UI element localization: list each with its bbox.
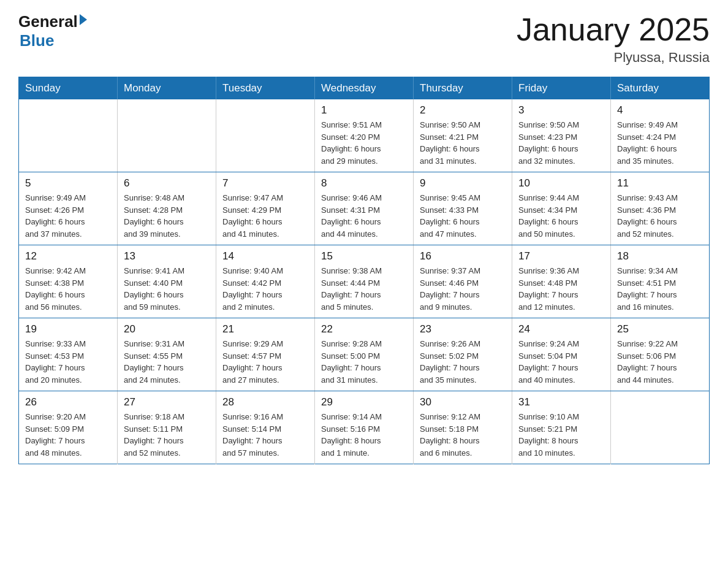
day-info: Sunrise: 9:12 AMSunset: 5:18 PMDaylight:… bbox=[420, 411, 506, 459]
calendar-table: SundayMondayTuesdayWednesdayThursdayFrid… bbox=[18, 77, 710, 464]
calendar-cell: 15Sunrise: 9:38 AMSunset: 4:44 PMDayligh… bbox=[315, 245, 414, 318]
day-number: 19 bbox=[25, 323, 111, 335]
calendar-cell bbox=[611, 391, 710, 464]
day-number: 9 bbox=[420, 177, 506, 190]
calendar-cell: 18Sunrise: 9:34 AMSunset: 4:51 PMDayligh… bbox=[611, 245, 710, 318]
calendar-cell: 4Sunrise: 9:49 AMSunset: 4:24 PMDaylight… bbox=[611, 99, 710, 172]
day-info: Sunrise: 9:47 AMSunset: 4:29 PMDaylight:… bbox=[222, 192, 308, 240]
day-number: 27 bbox=[124, 396, 210, 408]
calendar-title: January 2025 bbox=[517, 12, 710, 47]
calendar-cell: 8Sunrise: 9:46 AMSunset: 4:31 PMDaylight… bbox=[315, 172, 414, 245]
day-number: 11 bbox=[617, 177, 703, 190]
day-number: 5 bbox=[25, 177, 111, 190]
calendar-cell: 23Sunrise: 9:26 AMSunset: 5:02 PMDayligh… bbox=[414, 318, 512, 391]
day-number: 1 bbox=[321, 104, 407, 117]
day-info: Sunrise: 9:42 AMSunset: 4:38 PMDaylight:… bbox=[25, 265, 111, 313]
calendar-cell: 14Sunrise: 9:40 AMSunset: 4:42 PMDayligh… bbox=[216, 245, 315, 318]
day-number: 6 bbox=[124, 177, 210, 190]
day-info: Sunrise: 9:33 AMSunset: 4:53 PMDaylight:… bbox=[25, 338, 111, 386]
calendar-cell: 16Sunrise: 9:37 AMSunset: 4:46 PMDayligh… bbox=[414, 245, 512, 318]
day-info: Sunrise: 9:38 AMSunset: 4:44 PMDaylight:… bbox=[321, 265, 407, 313]
logo-text-blue: Blue bbox=[20, 31, 54, 50]
calendar-cell: 26Sunrise: 9:20 AMSunset: 5:09 PMDayligh… bbox=[19, 391, 118, 464]
day-info: Sunrise: 9:34 AMSunset: 4:51 PMDaylight:… bbox=[617, 265, 703, 313]
day-number: 16 bbox=[420, 250, 506, 262]
day-number: 10 bbox=[518, 177, 604, 190]
day-number: 4 bbox=[617, 104, 703, 117]
calendar-cell: 25Sunrise: 9:22 AMSunset: 5:06 PMDayligh… bbox=[611, 318, 710, 391]
day-info: Sunrise: 9:28 AMSunset: 5:00 PMDaylight:… bbox=[321, 338, 407, 386]
calendar-cell: 9Sunrise: 9:45 AMSunset: 4:33 PMDaylight… bbox=[414, 172, 512, 245]
calendar-cell: 21Sunrise: 9:29 AMSunset: 4:57 PMDayligh… bbox=[216, 318, 315, 391]
day-info: Sunrise: 9:46 AMSunset: 4:31 PMDaylight:… bbox=[321, 192, 407, 240]
day-number: 25 bbox=[617, 323, 703, 335]
calendar-cell bbox=[19, 99, 118, 172]
day-number: 8 bbox=[321, 177, 407, 190]
calendar-cell: 12Sunrise: 9:42 AMSunset: 4:38 PMDayligh… bbox=[19, 245, 118, 318]
day-number: 22 bbox=[321, 323, 407, 335]
calendar-cell: 5Sunrise: 9:49 AMSunset: 4:26 PMDaylight… bbox=[19, 172, 118, 245]
page-header: General Blue January 2025 Plyussa, Russi… bbox=[18, 12, 710, 66]
calendar-cell: 22Sunrise: 9:28 AMSunset: 5:00 PMDayligh… bbox=[315, 318, 414, 391]
calendar-cell: 11Sunrise: 9:43 AMSunset: 4:36 PMDayligh… bbox=[611, 172, 710, 245]
day-number: 26 bbox=[25, 396, 111, 408]
day-number: 28 bbox=[222, 396, 308, 408]
calendar-cell: 6Sunrise: 9:48 AMSunset: 4:28 PMDaylight… bbox=[118, 172, 216, 245]
day-info: Sunrise: 9:43 AMSunset: 4:36 PMDaylight:… bbox=[617, 192, 703, 240]
day-info: Sunrise: 9:40 AMSunset: 4:42 PMDaylight:… bbox=[222, 265, 308, 313]
calendar-week-row: 5Sunrise: 9:49 AMSunset: 4:26 PMDaylight… bbox=[19, 172, 710, 245]
calendar-cell: 13Sunrise: 9:41 AMSunset: 4:40 PMDayligh… bbox=[118, 245, 216, 318]
day-number: 14 bbox=[222, 250, 308, 262]
logo-arrow-icon bbox=[80, 14, 87, 25]
day-info: Sunrise: 9:29 AMSunset: 4:57 PMDaylight:… bbox=[222, 338, 308, 386]
header-cell-monday: Monday bbox=[118, 77, 216, 100]
day-info: Sunrise: 9:49 AMSunset: 4:26 PMDaylight:… bbox=[25, 192, 111, 240]
day-number: 17 bbox=[518, 250, 604, 262]
calendar-week-row: 19Sunrise: 9:33 AMSunset: 4:53 PMDayligh… bbox=[19, 318, 710, 391]
day-info: Sunrise: 9:22 AMSunset: 5:06 PMDaylight:… bbox=[617, 338, 703, 386]
calendar-cell: 20Sunrise: 9:31 AMSunset: 4:55 PMDayligh… bbox=[118, 318, 216, 391]
day-number: 7 bbox=[222, 177, 308, 190]
calendar-cell: 1Sunrise: 9:51 AMSunset: 4:20 PMDaylight… bbox=[315, 99, 414, 172]
header-cell-thursday: Thursday bbox=[414, 77, 512, 100]
calendar-cell: 27Sunrise: 9:18 AMSunset: 5:11 PMDayligh… bbox=[118, 391, 216, 464]
day-info: Sunrise: 9:14 AMSunset: 5:16 PMDaylight:… bbox=[321, 411, 407, 459]
logo: General Blue bbox=[18, 12, 87, 50]
day-info: Sunrise: 9:51 AMSunset: 4:20 PMDaylight:… bbox=[321, 119, 407, 167]
day-number: 18 bbox=[617, 250, 703, 262]
day-info: Sunrise: 9:16 AMSunset: 5:14 PMDaylight:… bbox=[222, 411, 308, 459]
calendar-cell: 31Sunrise: 9:10 AMSunset: 5:21 PMDayligh… bbox=[512, 391, 611, 464]
day-number: 21 bbox=[222, 323, 308, 335]
calendar-cell: 10Sunrise: 9:44 AMSunset: 4:34 PMDayligh… bbox=[512, 172, 611, 245]
day-number: 13 bbox=[124, 250, 210, 262]
calendar-cell: 2Sunrise: 9:50 AMSunset: 4:21 PMDaylight… bbox=[414, 99, 512, 172]
calendar-week-row: 12Sunrise: 9:42 AMSunset: 4:38 PMDayligh… bbox=[19, 245, 710, 318]
calendar-subtitle: Plyussa, Russia bbox=[517, 50, 710, 66]
calendar-cell: 19Sunrise: 9:33 AMSunset: 4:53 PMDayligh… bbox=[19, 318, 118, 391]
calendar-week-row: 1Sunrise: 9:51 AMSunset: 4:20 PMDaylight… bbox=[19, 99, 710, 172]
day-number: 30 bbox=[420, 396, 506, 408]
day-info: Sunrise: 9:44 AMSunset: 4:34 PMDaylight:… bbox=[518, 192, 604, 240]
day-info: Sunrise: 9:48 AMSunset: 4:28 PMDaylight:… bbox=[124, 192, 210, 240]
calendar-cell: 7Sunrise: 9:47 AMSunset: 4:29 PMDaylight… bbox=[216, 172, 315, 245]
day-info: Sunrise: 9:24 AMSunset: 5:04 PMDaylight:… bbox=[518, 338, 604, 386]
day-info: Sunrise: 9:41 AMSunset: 4:40 PMDaylight:… bbox=[124, 265, 210, 313]
calendar-week-row: 26Sunrise: 9:20 AMSunset: 5:09 PMDayligh… bbox=[19, 391, 710, 464]
day-info: Sunrise: 9:50 AMSunset: 4:23 PMDaylight:… bbox=[518, 119, 604, 167]
day-number: 15 bbox=[321, 250, 407, 262]
calendar-cell bbox=[216, 99, 315, 172]
day-info: Sunrise: 9:10 AMSunset: 5:21 PMDaylight:… bbox=[518, 411, 604, 459]
header-cell-friday: Friday bbox=[512, 77, 611, 100]
header-cell-saturday: Saturday bbox=[611, 77, 710, 100]
title-block: January 2025 Plyussa, Russia bbox=[517, 12, 710, 66]
day-number: 24 bbox=[518, 323, 604, 335]
calendar-cell: 30Sunrise: 9:12 AMSunset: 5:18 PMDayligh… bbox=[414, 391, 512, 464]
day-info: Sunrise: 9:49 AMSunset: 4:24 PMDaylight:… bbox=[617, 119, 703, 167]
day-number: 3 bbox=[518, 104, 604, 117]
day-info: Sunrise: 9:31 AMSunset: 4:55 PMDaylight:… bbox=[124, 338, 210, 386]
calendar-cell: 17Sunrise: 9:36 AMSunset: 4:48 PMDayligh… bbox=[512, 245, 611, 318]
calendar-cell: 3Sunrise: 9:50 AMSunset: 4:23 PMDaylight… bbox=[512, 99, 611, 172]
day-number: 20 bbox=[124, 323, 210, 335]
day-number: 23 bbox=[420, 323, 506, 335]
day-info: Sunrise: 9:26 AMSunset: 5:02 PMDaylight:… bbox=[420, 338, 506, 386]
